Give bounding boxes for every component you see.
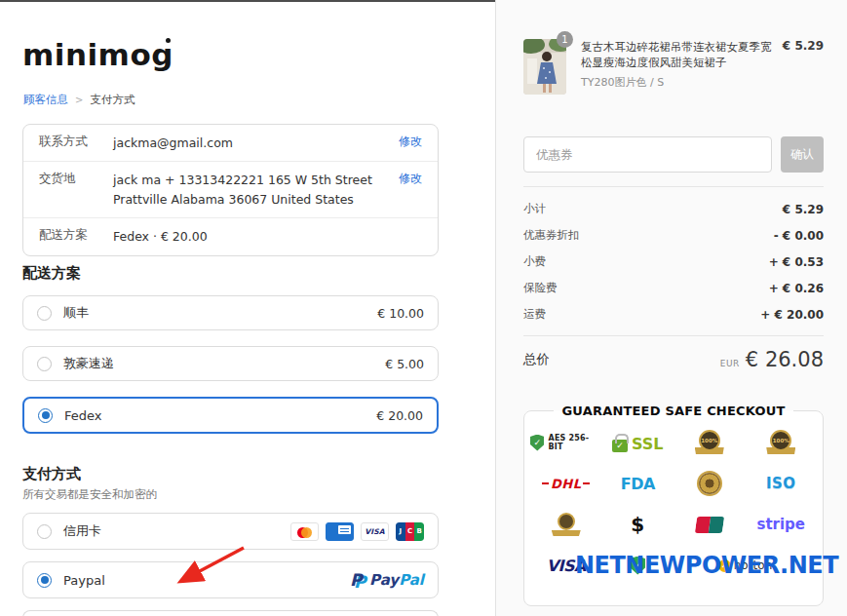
shipping-section-title: 配送方案: [22, 264, 81, 283]
card-brand-icons: VISA J C B: [290, 522, 424, 541]
coupon-apply-button[interactable]: 确认: [781, 136, 824, 173]
cart-item: 1 复古木耳边碎花裙吊带连衣裙女夏季宽松显瘦海边度假风甜美短裙子 TY280图片…: [523, 39, 824, 95]
safe-checkout-box: GUARANTEED SAFE CHECKOUT ✓ AES 256-BIT ✓…: [523, 404, 824, 606]
divider: [523, 335, 824, 336]
product-thumbnail: 1: [523, 39, 566, 95]
breadcrumb-payment: 支付方式: [90, 93, 135, 107]
grand-total-label: 总价: [523, 351, 550, 368]
radio-selected-icon[interactable]: [37, 573, 52, 588]
shipping-option-price: € 20.00: [376, 408, 423, 423]
contact-edit-link[interactable]: 修改: [399, 134, 422, 150]
store-logo[interactable]: minimogminimog: [22, 37, 173, 72]
paypal-logo-icon: PP PayPal: [350, 571, 424, 590]
breadcrumb: 顾客信息 > 支付方式: [23, 93, 135, 107]
stripe-logo-icon: stripe: [756, 516, 805, 533]
shipping-option-price: € 5.00: [385, 357, 424, 371]
payment-option-credit-card[interactable]: 信用卡 VISA J C B: [22, 513, 439, 550]
payment-option-label: 信用卡: [63, 522, 101, 540]
breadcrumb-customer-info[interactable]: 顾客信息: [23, 93, 68, 107]
shipping-option-price: € 10.00: [377, 306, 424, 321]
product-variant: TY280图片色 / S: [581, 75, 777, 90]
checkout-main-panel: minimogminimog 顾客信息 > 支付方式 联系方式 jackma@g…: [0, 0, 495, 616]
coupon-input[interactable]: [523, 136, 772, 173]
totals-list: 小计 € 5.29 优惠券折扣 - € 0.00 小费 + € 0.53 保险费…: [523, 196, 824, 327]
visa-icon: VISA: [361, 522, 389, 541]
logo-g-dot: g: [151, 37, 173, 72]
guarantee-100-badge-icon: 100%: [769, 430, 792, 455]
contact-value: jackma@gmail.com: [113, 134, 399, 152]
radio-unselected-icon[interactable]: [37, 524, 52, 539]
insurance-row: 保险费 + € 0.26: [523, 275, 824, 301]
payment-section-title: 支付方式: [22, 465, 81, 483]
shipping-option-label: 顺丰: [63, 304, 89, 322]
tip-row: 小费 + € 0.53: [523, 249, 824, 275]
mastercard-icon: [290, 522, 319, 541]
amex-icon: [326, 522, 354, 541]
gold-seal-icon: [699, 473, 720, 494]
contact-row: 联系方式 jackma@gmail.com 修改: [23, 125, 438, 162]
aes-256-badge-icon: ✓ AES 256-BIT: [530, 434, 602, 451]
dollar-icon: $: [631, 513, 644, 536]
address-row: 交货地 jack ma + 13313422221 165 W 5th Stre…: [23, 162, 438, 218]
currency-code: EUR: [720, 359, 740, 368]
divider: [523, 186, 824, 187]
product-image: [523, 39, 566, 95]
safe-checkout-title: GUARANTEED SAFE CHECKOUT: [554, 404, 792, 418]
iso-logo-icon: ISO: [766, 475, 796, 492]
watermark-text: NETNEWPOWER.NET: [575, 552, 838, 579]
shipping-option-label: 敦豪速递: [63, 355, 114, 372]
shipping-option-sf[interactable]: 顺丰 € 10.00: [22, 295, 439, 330]
shipping-option-label: Fedex: [64, 408, 101, 423]
fda-logo-icon: FDA: [621, 475, 655, 493]
jcb-icon: J C B: [396, 522, 424, 541]
order-sidebar: 1 复古木耳边碎花裙吊带连衣裙女夏季宽松显瘦海边度假风甜美短裙子 TY280图片…: [495, 0, 847, 616]
address-label: 交货地: [39, 171, 113, 187]
shipping-method-value: Fedex · € 20.00: [113, 227, 422, 246]
checkout-page: minimogminimog 顾客信息 > 支付方式 联系方式 jackma@g…: [0, 0, 847, 616]
shipping-method-label: 配送方案: [39, 227, 113, 244]
payment-section-subtitle: 所有交易都是安全和加密的: [22, 487, 157, 502]
payment-option-partial[interactable]: [22, 610, 439, 616]
shipping-option-fedex[interactable]: Fedex € 20.00: [22, 397, 439, 434]
award-ribbon-icon: [554, 513, 579, 536]
address-value: jack ma + 13313422221 165 W 5th Street P…: [113, 171, 399, 209]
coupon-discount-row: 优惠券折扣 - € 0.00: [523, 222, 824, 249]
product-price: € 5.29: [783, 39, 824, 95]
quantity-badge: 1: [557, 31, 573, 48]
satisfaction-100-badge-icon: 100%: [698, 430, 721, 455]
unionpay-icon: [696, 517, 723, 533]
subtotal-row: 小计 € 5.29: [523, 196, 824, 222]
payment-option-label: Paypal: [63, 573, 105, 588]
contact-label: 联系方式: [39, 134, 113, 150]
grand-total-value: € 26.08: [746, 348, 824, 371]
shipping-method-row: 配送方案 Fedex · € 20.00: [23, 218, 438, 254]
grand-total-row: 总价 EUR € 26.08: [523, 348, 824, 371]
breadcrumb-separator-icon: >: [75, 95, 83, 105]
radio-unselected-icon[interactable]: [37, 306, 52, 321]
ssl-badge-icon: ✓ SSL: [612, 432, 664, 453]
coupon-section: 确认: [523, 136, 824, 173]
address-edit-link[interactable]: 修改: [399, 171, 422, 187]
product-title: 复古木耳边碎花裙吊带连衣裙女夏季宽松显瘦海边度假风甜美短裙子: [581, 39, 772, 70]
radio-unselected-icon[interactable]: [37, 357, 52, 371]
shipping-fee-row: 运费 + € 20.00: [523, 301, 824, 327]
dhl-logo-icon: DHL: [542, 477, 590, 491]
payment-option-paypal[interactable]: Paypal PP PayPal: [22, 561, 439, 598]
shipping-option-dhl[interactable]: 敦豪速递 € 5.00: [22, 346, 439, 381]
trust-badges-grid: ✓ AES 256-BIT ✓ SSL 100% 100% DHL FDA IS…: [524, 418, 823, 586]
order-summary-card: 联系方式 jackma@gmail.com 修改 交货地 jack ma + 1…: [22, 124, 439, 256]
radio-selected-icon[interactable]: [38, 408, 53, 423]
